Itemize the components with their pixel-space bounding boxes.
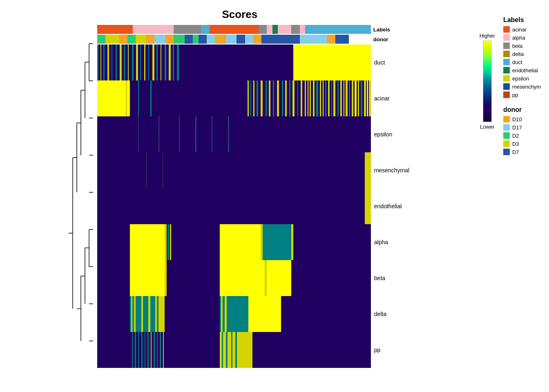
- svg-rect-53: [130, 80, 246, 116]
- svg-rect-87: [349, 80, 350, 116]
- legend-label-beta: beta: [512, 43, 522, 49]
- svg-rect-83: [337, 80, 339, 116]
- svg-rect-61: [261, 80, 263, 116]
- svg-rect-81: [331, 80, 332, 116]
- legend-color-endothelial: [503, 67, 510, 74]
- svg-rect-98: [212, 116, 212, 152]
- donor-D2-2: [127, 35, 136, 44]
- svg-rect-146: [151, 332, 152, 368]
- heatmap-svg-pp: [97, 332, 371, 368]
- heatmap-cells-acinar: [97, 80, 371, 116]
- svg-rect-64: [273, 80, 274, 116]
- heatmap-row-delta: delta: [97, 296, 415, 332]
- svg-rect-54: [138, 80, 139, 116]
- row-label-alpha: alpha: [374, 239, 415, 245]
- svg-rect-104: [146, 152, 147, 188]
- svg-rect-48: [179, 45, 293, 80]
- heatmap-cells-alpha: [97, 224, 371, 260]
- svg-rect-94: [369, 80, 371, 116]
- svg-rect-63: [269, 80, 270, 116]
- svg-rect-144: [145, 332, 145, 368]
- legend-label-duct: duct: [512, 59, 522, 65]
- svg-rect-49: [293, 45, 371, 80]
- row-label-duct: duct: [374, 59, 415, 66]
- svg-rect-84: [340, 80, 342, 116]
- legend-item-D17: D17: [503, 124, 541, 131]
- svg-rect-32: [116, 45, 117, 80]
- legend-color-acinar: [503, 26, 510, 33]
- legend-item-endothelial: endothelial: [503, 67, 541, 74]
- svg-rect-47: [177, 45, 179, 80]
- donor-D10-1: [119, 35, 127, 44]
- svg-rect-65: [277, 80, 279, 116]
- dendrogram-area: [65, 25, 97, 360]
- heatmap-row-duct: duct: [97, 45, 415, 80]
- row-label-beta: beta: [374, 275, 415, 281]
- svg-rect-52: [127, 80, 130, 116]
- donor-D10-2: [146, 35, 154, 44]
- svg-rect-91: [361, 80, 362, 116]
- svg-rect-36: [132, 45, 134, 80]
- donor-D17-4: [245, 35, 253, 44]
- legend-item-delta: delta: [503, 51, 541, 57]
- svg-rect-82: [333, 80, 335, 116]
- svg-rect-55: [150, 80, 152, 116]
- svg-rect-31: [112, 45, 112, 80]
- svg-rect-154: [231, 332, 232, 368]
- svg-rect-69: [292, 80, 295, 116]
- svg-rect-51: [126, 80, 127, 116]
- svg-rect-131: [152, 296, 154, 332]
- svg-rect-85: [344, 80, 344, 116]
- svg-rect-135: [221, 296, 223, 332]
- svg-rect-41: [152, 45, 154, 80]
- legend-item-D10: D10: [503, 116, 541, 122]
- legend-label-delta: delta: [512, 51, 524, 57]
- svg-rect-134: [220, 296, 248, 332]
- legend-label-endothelial: endothelial: [512, 67, 538, 74]
- heatmap-row-beta: beta: [97, 260, 415, 296]
- donor-D3-2: [136, 35, 147, 44]
- heatmap-cells-duct: [97, 45, 371, 80]
- donor-D7-5: [335, 35, 349, 44]
- svg-rect-111: [167, 224, 169, 260]
- svg-rect-107: [365, 188, 371, 224]
- svg-rect-103: [365, 152, 371, 188]
- svg-rect-128: [141, 296, 143, 332]
- dendrogram-svg: [65, 25, 97, 360]
- legend-item-alpha: alpha: [503, 34, 541, 41]
- donor-D17-3: [226, 35, 237, 44]
- svg-rect-153: [226, 332, 228, 368]
- svg-rect-34: [124, 45, 125, 80]
- svg-rect-155: [235, 332, 237, 368]
- svg-rect-122: [267, 260, 291, 296]
- donor-D2-3: [174, 35, 185, 44]
- heatmap-cells-delta: [97, 296, 371, 332]
- svg-rect-116: [291, 224, 293, 260]
- svg-rect-79: [325, 80, 326, 116]
- heatmap-svg-mesenchymal: [97, 152, 371, 188]
- labels-bar-alpha3: [278, 25, 292, 34]
- legend-color-delta: [503, 51, 510, 57]
- svg-rect-44: [165, 45, 166, 80]
- svg-rect-100: [158, 116, 159, 152]
- donor-D17-2: [207, 35, 215, 44]
- legend-item-acinar: acinar: [503, 26, 541, 33]
- svg-rect-37: [136, 45, 138, 80]
- svg-rect-133: [158, 296, 165, 332]
- legend-color-mesenchym: [503, 83, 510, 90]
- svg-rect-136: [225, 296, 227, 332]
- chart-area: Scores: [8, 8, 471, 384]
- donor-legend-title: donor: [503, 106, 541, 114]
- svg-rect-102: [97, 152, 371, 188]
- legend-label-acinar: acinar: [512, 27, 527, 33]
- donor-D7-3: [237, 35, 245, 44]
- svg-rect-70: [297, 80, 298, 116]
- legend-color-D3: [503, 140, 510, 147]
- svg-rect-152: [222, 332, 223, 368]
- svg-rect-74: [310, 80, 311, 116]
- heatmap-row-mesenchymal: mesenchymal: [97, 152, 415, 188]
- svg-rect-35: [128, 45, 129, 80]
- svg-rect-96: [179, 116, 180, 152]
- heatmap-svg-duct: [97, 45, 371, 80]
- heatmap-cells-mesenchymal: [97, 152, 371, 188]
